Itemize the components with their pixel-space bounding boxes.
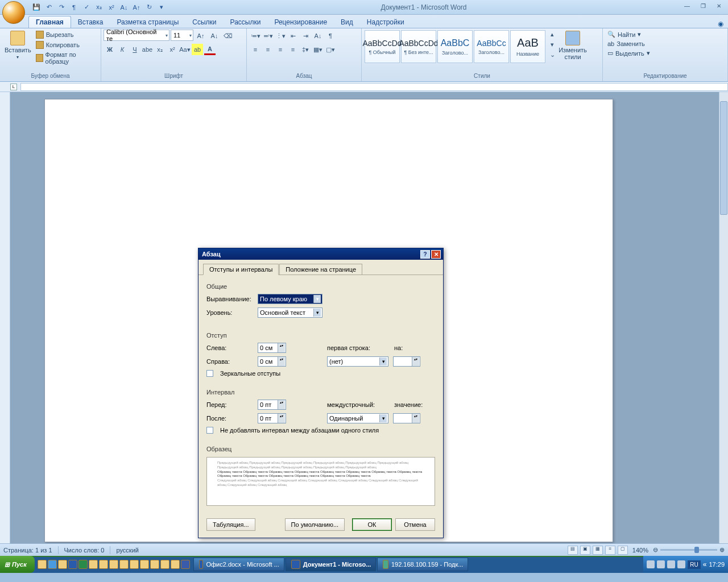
borders-icon[interactable]: ▢▾ <box>325 44 336 55</box>
tab-selector[interactable]: L <box>10 84 17 90</box>
subscript-button[interactable]: x₂ <box>154 44 166 55</box>
minimize-button[interactable]: — <box>680 3 694 12</box>
replace-button[interactable]: abЗаменить <box>605 39 647 48</box>
clear-format-icon[interactable]: ⌫ <box>222 30 234 41</box>
ql-app3-icon[interactable] <box>109 560 118 569</box>
multilevel-icon[interactable]: ⋮▾ <box>275 30 286 41</box>
style-heading2[interactable]: AaBbCcЗаголово... <box>474 30 509 63</box>
tray-icon-1[interactable] <box>647 560 655 568</box>
strike-button[interactable]: abe <box>142 44 153 55</box>
office-button[interactable] <box>2 1 25 24</box>
qat-superscript-icon[interactable]: x² <box>106 2 117 13</box>
dialog-titlebar[interactable]: Абзац ? ✕ <box>198 248 443 260</box>
spacing-before-input[interactable]: 0 пт <box>258 400 286 410</box>
style-heading1[interactable]: AaBbCЗаголово... <box>437 30 473 63</box>
style-title[interactable]: AaBНазвание <box>510 30 545 63</box>
indent-inc-icon[interactable]: ⇥ <box>300 30 311 41</box>
grow-font-icon[interactable]: A↑ <box>195 30 206 41</box>
indent-left-input[interactable]: 0 см <box>258 343 286 353</box>
alignment-combo[interactable]: По левому краю <box>258 294 322 304</box>
find-button[interactable]: 🔍Найти ▾ <box>605 30 643 39</box>
show-marks-icon[interactable]: ¶ <box>325 30 336 41</box>
start-button[interactable]: ⊞ Пуск <box>0 556 35 573</box>
line-spacing-icon[interactable]: ‡▾ <box>300 44 311 55</box>
numbering-icon[interactable]: ≕▾ <box>262 30 274 41</box>
style-nospacing[interactable]: AaBbCcDd¶ Без инте... <box>401 30 436 63</box>
tray-ql-icon[interactable]: « <box>703 560 707 568</box>
tray-icon-3[interactable] <box>667 560 675 568</box>
view-print-layout-icon[interactable]: ▤ <box>568 546 578 555</box>
zoom-slider[interactable] <box>660 549 717 551</box>
view-fullscreen-icon[interactable]: ▣ <box>580 546 590 555</box>
indent-right-input[interactable]: 0 см <box>258 356 286 367</box>
tab-references[interactable]: Ссылки <box>185 16 223 28</box>
align-right-icon[interactable]: ≡ <box>275 44 286 55</box>
qat-customize-icon[interactable]: ▾ <box>156 2 167 13</box>
task-document1[interactable]: Документ1 - Microso... <box>286 558 377 571</box>
task-rdp[interactable]: 192.168.100.159 - Подк... <box>377 558 468 571</box>
italic-button[interactable]: К <box>117 44 128 55</box>
ql-word-icon[interactable] <box>68 560 77 569</box>
no-add-space-checkbox[interactable] <box>206 427 213 434</box>
ql-save-icon[interactable] <box>181 560 190 569</box>
clock[interactable]: 17:29 <box>709 561 725 568</box>
bullets-icon[interactable]: ≔▾ <box>250 30 261 41</box>
tab-insert[interactable]: Вставка <box>71 16 110 28</box>
select-button[interactable]: ▭Выделить ▾ <box>605 48 652 58</box>
font-size-combo[interactable]: 11 <box>171 30 193 41</box>
qat-subscript-icon[interactable]: x₂ <box>93 2 105 13</box>
change-styles-button[interactable]: Изменить стили <box>554 30 592 61</box>
ql-app6-icon[interactable] <box>140 560 149 569</box>
view-draft-icon[interactable]: ▢ <box>618 546 628 555</box>
status-wordcount[interactable]: Число слов: 0 <box>64 547 105 554</box>
ql-excel-icon[interactable] <box>78 560 88 569</box>
status-language[interactable]: русский <box>116 547 138 554</box>
ql-app1-icon[interactable] <box>89 560 98 569</box>
paste-dropdown-icon[interactable]: ▾ <box>16 55 19 60</box>
qat-shrink-font-icon[interactable]: A↓ <box>118 2 130 13</box>
font-family-combo[interactable]: Calibri (Основной те <box>104 30 169 41</box>
tab-pagelayout[interactable]: Разметка страницы <box>110 16 185 28</box>
qat-save-icon[interactable]: 💾 <box>31 2 42 13</box>
change-case-button[interactable]: Aa▾ <box>179 44 191 55</box>
tab-view[interactable]: Вид <box>334 16 360 28</box>
qat-refresh-icon[interactable]: ↻ <box>143 2 155 13</box>
indent-dec-icon[interactable]: ⇤ <box>287 30 299 41</box>
zoom-slider-thumb[interactable] <box>694 547 699 553</box>
superscript-button[interactable]: x² <box>167 44 178 55</box>
zoom-level[interactable]: 140% <box>632 547 648 554</box>
status-page[interactable]: Страница: 1 из 1 <box>3 547 52 554</box>
qat-spelling-icon[interactable]: ✓ <box>81 2 92 13</box>
task-office2[interactable]: Офис2.docx - Microsoft ... <box>193 558 284 571</box>
tab-home[interactable]: Главная <box>28 16 71 28</box>
default-button[interactable]: По умолчанию... <box>285 518 345 531</box>
tray-icon-2[interactable] <box>657 560 665 568</box>
sort-icon[interactable]: A↓ <box>312 30 324 41</box>
scrollbar-thumb[interactable] <box>720 101 727 215</box>
firstline-by-input[interactable] <box>393 356 420 367</box>
linespacing-at-input[interactable] <box>393 413 420 423</box>
ok-button[interactable]: ОК <box>352 518 392 531</box>
view-outline-icon[interactable]: ≡ <box>605 546 615 555</box>
tab-addins[interactable]: Надстройки <box>360 16 411 28</box>
qat-grow-font-icon[interactable]: A↑ <box>131 2 142 13</box>
close-button[interactable]: ✕ <box>712 3 726 12</box>
view-web-icon[interactable]: ▦ <box>593 546 603 555</box>
tab-mailings[interactable]: Рассылки <box>224 16 268 28</box>
horizontal-ruler[interactable] <box>20 83 728 91</box>
highlight-button[interactable]: ab <box>192 44 203 55</box>
ql-app9-icon[interactable] <box>171 560 180 569</box>
shrink-font-icon[interactable]: A↓ <box>209 30 220 41</box>
spacing-after-input[interactable]: 0 пт <box>258 413 286 423</box>
tray-icon-4[interactable] <box>677 560 685 568</box>
ql-ie-icon[interactable] <box>48 560 57 569</box>
cancel-button[interactable]: Отмена <box>395 518 435 531</box>
shading-icon[interactable]: ▦▾ <box>312 44 324 55</box>
firstline-combo[interactable]: (нет) <box>327 356 388 367</box>
cut-button[interactable]: Вырезать <box>34 30 98 40</box>
ql-app5-icon[interactable] <box>130 560 139 569</box>
dialog-close-button[interactable]: ✕ <box>431 250 441 259</box>
qat-pilcrow-icon[interactable]: ¶ <box>68 2 80 13</box>
mirror-indents-checkbox[interactable] <box>206 370 213 377</box>
dialog-tab-pagebreaks[interactable]: Положение на странице <box>279 264 362 275</box>
